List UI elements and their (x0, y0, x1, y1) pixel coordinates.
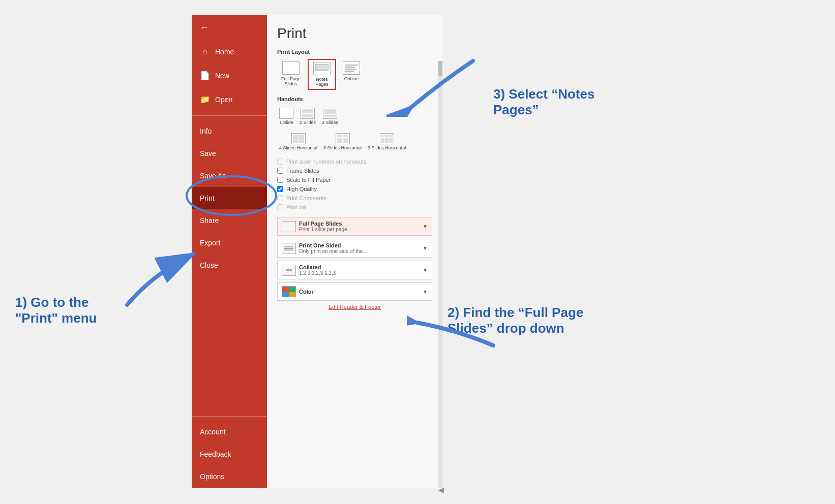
option-slide-numbers-label: Print slide numbers on handouts (286, 159, 367, 165)
handouts-grid-2: 4 Slides Horizontal 6 Slides Horizontal … (277, 132, 432, 152)
print-title: Print (277, 25, 432, 42)
option-slide-numbers: Print slide numbers on handouts (277, 157, 432, 166)
sided-dd-sub: Only print on one side of the... (299, 248, 420, 254)
sidebar-item-label: Save As (200, 172, 226, 180)
layout-full-page-label: Full Page Slides (281, 76, 301, 86)
sidebar-item-close[interactable]: Close (192, 254, 267, 276)
sidebar-item-account[interactable]: Account (192, 421, 267, 443)
print-layout-grid: Full Page Slides Notes Pages Outline (277, 59, 432, 90)
layout-outline-btn[interactable]: Outline (339, 59, 364, 90)
sidebar-item-print[interactable]: Print (192, 187, 267, 209)
sidebar-item-label: Export (200, 239, 220, 247)
6slides-icon (336, 133, 350, 144)
sided-dd-text: Print One Sided Only print on one side o… (299, 242, 420, 254)
sidebar-item-label: New (215, 72, 229, 80)
annotation-step2: 2) Find the “Full PageSlides” drop down (448, 305, 583, 336)
handout-3-btn[interactable]: 3 Slides (320, 106, 340, 127)
layout-full-page-btn[interactable]: Full Page Slides (277, 59, 305, 90)
sidebar-item-label: Home (215, 48, 234, 56)
sided-dd-main: Print One Sided (299, 242, 420, 248)
handout-2-label: 2 Slides (300, 120, 316, 125)
color-swatch (282, 287, 296, 297)
back-icon: ← (200, 22, 209, 33)
collate-dropdown[interactable]: Collated 1,2,3 1,2,3 1,2,3 ▼ (277, 261, 432, 279)
sided-dropdown[interactable]: Print One Sided Only print on one side o… (277, 239, 432, 258)
option-quality: High Quality (277, 184, 432, 194)
layout-dd-text: Full Page Slides Print 1 slide per page (299, 220, 420, 232)
3slides-icon (323, 108, 337, 119)
sidebar-item-new[interactable]: 📄 New (192, 64, 267, 87)
scroll-indicator: ◀ (438, 486, 444, 494)
option-ink-check[interactable] (277, 204, 283, 210)
handout-1-label: 1 Slide (279, 120, 293, 125)
collate-dd-sub: 1,2,3 1,2,3 1,2,3 (299, 270, 420, 276)
dropdown-arrow-icon-3: ▼ (423, 267, 428, 273)
sidebar-item-label: Account (200, 428, 226, 436)
option-comments-label: Print Comments (286, 195, 326, 201)
sidebar-item-info[interactable]: Info (192, 120, 267, 142)
collate-dd-text: Collated 1,2,3 1,2,3 1,2,3 (299, 264, 420, 276)
handout-1-btn[interactable]: 1 Slide (277, 106, 295, 127)
option-frame-label: Frame Slides (286, 168, 319, 174)
handout-4h-label: 4 Slides Horizontal (279, 145, 317, 150)
annotation-step1: 1) Go to the "Print" menu (15, 295, 97, 326)
sidebar-item-label: Share (200, 216, 219, 225)
handout-3-label: 3 Slides (322, 120, 338, 125)
option-slide-numbers-check[interactable] (277, 159, 283, 165)
option-frame-check[interactable] (277, 168, 283, 174)
option-scale-check[interactable] (277, 177, 283, 183)
sidebar-item-save-as[interactable]: Save As (192, 165, 267, 187)
handout-4h-btn[interactable]: 4 Slides Horizontal (277, 132, 319, 152)
layout-dropdown[interactable]: Full Page Slides Print 1 slide per page … (277, 217, 432, 236)
layout-outline-label: Outline (344, 76, 359, 81)
option-scale-label: Scale to Fit Paper (286, 177, 331, 183)
option-frame: Frame Slides (277, 166, 432, 175)
outline-icon (343, 61, 360, 75)
sidebar-item-export[interactable]: Export (192, 232, 267, 254)
1slide-icon (279, 108, 293, 119)
9slides-icon (380, 133, 394, 144)
sidebar: ← ⌂ Home 📄 New 📁 Open Info Save Save As … (192, 15, 267, 488)
collate-dd-main: Collated (299, 264, 420, 270)
handout-9h-btn[interactable]: 9 Slides Horizontal (366, 132, 408, 152)
print-options-list: Print slide numbers on handouts Frame Sl… (277, 157, 432, 212)
sidebar-item-share[interactable]: Share (192, 209, 267, 232)
handouts-label: Handouts (277, 96, 432, 102)
sided-dd-icon (282, 243, 296, 254)
handout-6h-btn[interactable]: 6 Slides Horizontal (321, 132, 364, 152)
sidebar-item-label: Save (200, 149, 216, 158)
sidebar-item-label: Info (200, 127, 212, 135)
annotation-step3: 3) Select “NotesPages” (493, 86, 594, 118)
sidebar-item-label: Print (200, 194, 215, 202)
sidebar-item-home[interactable]: ⌂ Home (192, 40, 267, 64)
color-dropdown[interactable]: Color ▼ (277, 282, 432, 301)
dropdown-arrow-icon-2: ▼ (423, 245, 428, 251)
option-comments-check[interactable] (277, 195, 283, 201)
layout-notes-pages-btn[interactable]: Notes Pages (308, 59, 336, 90)
back-button[interactable]: ← (192, 15, 267, 40)
option-quality-check[interactable] (277, 186, 283, 192)
layout-dd-icon (282, 221, 296, 232)
handout-9h-label: 9 Slides Horizontal (368, 145, 406, 150)
layout-notes-pages-label: Notes Pages (312, 77, 332, 87)
sidebar-item-label: Feedback (200, 450, 231, 458)
edit-header-footer-link[interactable]: Edit Header & Footer (277, 304, 432, 310)
option-comments: Print Comments (277, 194, 432, 203)
sidebar-item-label: Close (200, 261, 218, 269)
sidebar-item-open[interactable]: 📁 Open (192, 87, 267, 111)
sidebar-item-label: Options (200, 472, 224, 481)
sidebar-item-save[interactable]: Save (192, 142, 267, 165)
sidebar-item-options[interactable]: Options (192, 465, 267, 488)
collate-dd-icon (282, 265, 296, 276)
color-dd-main: Color (299, 289, 420, 295)
sidebar-item-feedback[interactable]: Feedback (192, 443, 267, 465)
scrollbar[interactable] (438, 61, 442, 488)
print-panel: Print Print Layout Full Page Slides Note… (267, 15, 442, 488)
handout-2-btn[interactable]: 2 Slides (297, 106, 318, 127)
home-icon: ⌂ (200, 47, 210, 56)
scrollbar-thumb[interactable] (438, 61, 442, 76)
print-layout-label: Print Layout (277, 49, 432, 55)
dropdown-arrow-icon-4: ▼ (423, 289, 428, 295)
full-slide-icon (282, 61, 300, 75)
layout-dd-sub: Print 1 slide per page (299, 227, 420, 232)
